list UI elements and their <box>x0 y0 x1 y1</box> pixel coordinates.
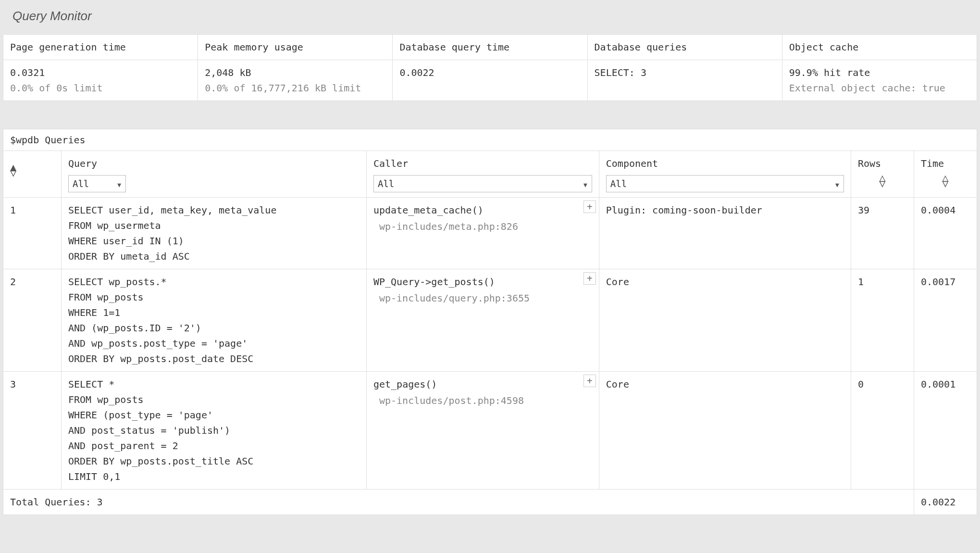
panel-title: Query Monitor <box>0 0 980 34</box>
caller-path: wp-includes/meta.php:826 <box>373 219 592 234</box>
query-number: 3 <box>3 372 62 490</box>
stat-sub-memory: 0.0% of 16,777,216 kB limit <box>205 80 385 96</box>
expand-caller-button[interactable]: + <box>583 272 596 285</box>
column-label-component: Component <box>606 158 658 169</box>
query-number: 1 <box>3 198 62 269</box>
stat-value-dbqueries: SELECT: 3 <box>595 65 775 80</box>
caller-function: update_meta_cache() <box>373 204 484 216</box>
stat-value-pagegen: 0.0321 <box>10 65 191 80</box>
stats-value-row: 0.0321 0.0% of 0s limit 2,048 kB 0.0% of… <box>3 60 977 101</box>
query-caller-cell: update_meta_cache()wp-includes/meta.php:… <box>366 198 599 269</box>
query-component: Core <box>599 372 851 490</box>
stat-header-pagegen: Page generation time <box>10 39 191 55</box>
component-filter-select[interactable]: All <box>606 175 844 192</box>
column-label-time: Time <box>921 158 944 169</box>
table-row: 3SELECT * FROM wp_posts WHERE (post_type… <box>3 372 977 490</box>
query-rows: 1 <box>851 269 914 372</box>
table-row: 1SELECT user_id, meta_key, meta_value FR… <box>3 198 977 269</box>
query-sql: SELECT user_id, meta_key, meta_value FRO… <box>61 198 366 269</box>
query-caller-cell: WP_Query->get_posts()wp-includes/query.p… <box>366 269 599 372</box>
stats-table: Page generation time Peak memory usage D… <box>3 34 977 101</box>
caller-path: wp-includes/query.php:3655 <box>373 290 592 306</box>
query-time: 0.0004 <box>914 198 977 269</box>
column-label-rows: Rows <box>858 158 881 169</box>
sort-rows-icon: △ ▽ <box>858 175 907 187</box>
stat-header-memory: Peak memory usage <box>205 39 385 55</box>
queries-header-row: ▲ ▽ Query All ▼ Caller All <box>3 151 977 198</box>
query-rows: 39 <box>851 198 914 269</box>
query-component: Plugin: coming-soon-builder <box>599 198 851 269</box>
column-header-component: Component All ▼ <box>599 151 851 198</box>
column-header-rows[interactable]: Rows △ ▽ <box>851 151 914 198</box>
sort-number-icon: ▲ ▽ <box>10 164 16 176</box>
column-header-caller: Caller All ▼ <box>366 151 599 198</box>
query-caller-cell: get_pages()wp-includes/post.php:4598+ <box>366 372 599 490</box>
caller-filter-select[interactable]: All <box>373 175 592 192</box>
query-time: 0.0017 <box>914 269 977 372</box>
column-label-caller: Caller <box>373 158 408 169</box>
table-row: 2SELECT wp_posts.* FROM wp_posts WHERE 1… <box>3 269 977 372</box>
caller-function: WP_Query->get_posts() <box>373 276 495 288</box>
column-header-time[interactable]: Time △ ▽ <box>914 151 977 198</box>
stat-value-memory: 2,048 kB <box>205 65 385 80</box>
query-sql: SELECT * FROM wp_posts WHERE (post_type … <box>61 372 366 490</box>
stat-header-dbtime: Database query time <box>399 39 580 55</box>
stat-value-objcache: 99.9% hit rate <box>789 65 970 80</box>
footer-total: Total Queries: 3 <box>3 490 914 515</box>
query-sql: SELECT wp_posts.* FROM wp_posts WHERE 1=… <box>61 269 366 372</box>
queries-table: ▲ ▽ Query All ▼ Caller All <box>3 151 977 515</box>
column-header-query: Query All ▼ <box>61 151 366 198</box>
section-title: $wpdb Queries <box>3 129 977 151</box>
query-time: 0.0001 <box>914 372 977 490</box>
stat-sub-objcache: External object cache: true <box>789 80 970 96</box>
stat-value-dbtime: 0.0022 <box>399 65 580 80</box>
expand-caller-button[interactable]: + <box>583 375 596 387</box>
expand-caller-button[interactable]: + <box>583 201 596 213</box>
footer-time: 0.0022 <box>914 490 977 515</box>
query-rows: 0 <box>851 372 914 490</box>
caller-function: get_pages() <box>373 378 437 390</box>
stat-header-objcache: Object cache <box>789 39 970 55</box>
query-filter-select[interactable]: All <box>68 175 126 192</box>
sort-time-icon: △ ▽ <box>921 175 970 187</box>
stat-sub-pagegen: 0.0% of 0s limit <box>10 80 191 96</box>
column-sort-number[interactable]: ▲ ▽ <box>3 151 62 198</box>
stat-header-dbqueries: Database queries <box>595 39 775 55</box>
query-number: 2 <box>3 269 62 372</box>
query-component: Core <box>599 269 851 372</box>
caller-path: wp-includes/post.php:4598 <box>373 393 592 408</box>
column-label-query: Query <box>68 158 97 169</box>
stats-header-row: Page generation time Peak memory usage D… <box>3 35 977 60</box>
footer-row: Total Queries: 3 0.0022 <box>3 490 977 515</box>
